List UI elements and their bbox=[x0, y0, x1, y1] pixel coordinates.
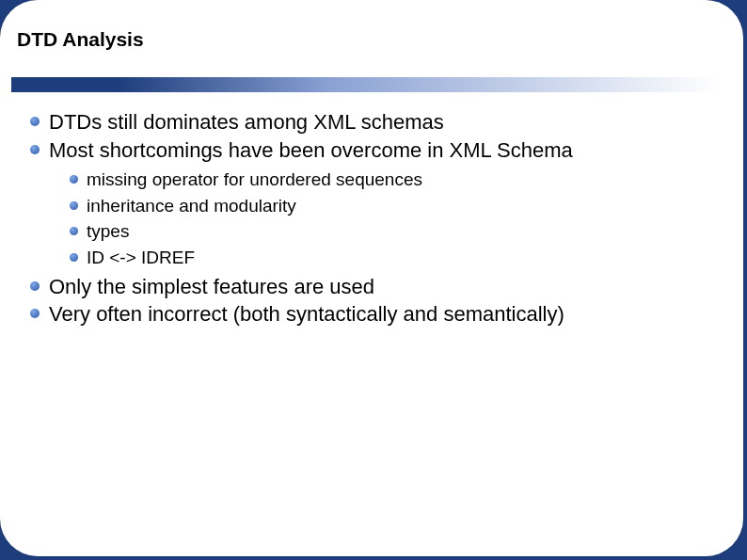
list-item: types bbox=[70, 220, 715, 244]
list-item: ID <-> IDREF bbox=[70, 247, 715, 270]
bullet-icon bbox=[30, 117, 40, 126]
list-item-text: Only the simplest features are used bbox=[49, 274, 374, 300]
list-item: Very often incorrect (both syntactically… bbox=[30, 301, 715, 328]
slide-content: DTDs still dominates among XML schemas M… bbox=[30, 109, 715, 329]
list-item: Only the simplest features are used bbox=[30, 274, 715, 300]
list-item-text: types bbox=[87, 220, 129, 244]
list-item-text: Most shortcomings have been overcome in … bbox=[49, 137, 573, 164]
list-item: DTDs still dominates among XML schemas bbox=[30, 109, 715, 136]
bullet-icon bbox=[70, 227, 78, 235]
slide-background: DTD Analysis DTDs still dominates among … bbox=[0, 0, 747, 560]
accent-bar bbox=[11, 77, 719, 92]
bullet-icon bbox=[70, 201, 78, 210]
bullet-icon bbox=[30, 145, 40, 154]
sublist: missing operator for unordered sequences… bbox=[70, 168, 715, 270]
list-item-text: inheritance and modularity bbox=[87, 195, 296, 218]
list-item-text: DTDs still dominates among XML schemas bbox=[49, 109, 444, 136]
bullet-icon bbox=[30, 281, 40, 291]
list-item: missing operator for unordered sequences bbox=[70, 168, 715, 192]
bullet-icon bbox=[30, 309, 40, 318]
list-item: Most shortcomings have been overcome in … bbox=[30, 137, 715, 164]
bullet-icon bbox=[70, 175, 78, 184]
list-item: inheritance and modularity bbox=[70, 195, 715, 218]
list-item-text: missing operator for unordered sequences bbox=[87, 168, 422, 192]
list-item-text: Very often incorrect (both syntactically… bbox=[49, 301, 564, 328]
bullet-icon bbox=[70, 253, 78, 262]
slide-card: DTD Analysis DTDs still dominates among … bbox=[0, 0, 743, 556]
slide-title: DTD Analysis bbox=[17, 28, 144, 51]
list-item-text: ID <-> IDREF bbox=[87, 247, 195, 270]
